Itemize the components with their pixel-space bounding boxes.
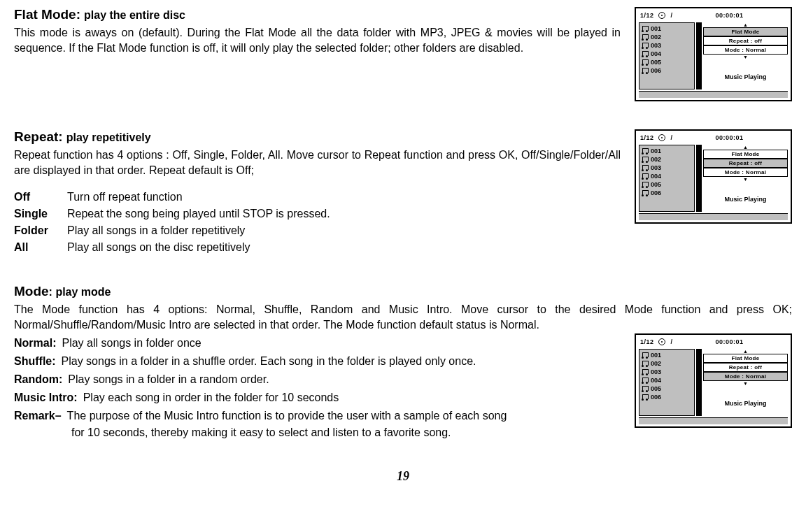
arrow-up-icon[interactable]: ▲ xyxy=(703,349,788,354)
track-indicator: 1/12 xyxy=(640,338,654,345)
list-item[interactable]: 003 xyxy=(639,164,694,172)
track-number: 003 xyxy=(651,368,661,375)
status-text: Music Playing xyxy=(703,186,788,212)
track-number: 002 xyxy=(651,360,661,367)
mode-option-row: Shuffle: Play songs in a folder in a shu… xyxy=(14,353,621,370)
option-value: Turn off repeat function xyxy=(67,189,621,206)
list-item[interactable]: 002 xyxy=(639,359,694,368)
track-number: 005 xyxy=(651,59,661,66)
track-number: 006 xyxy=(651,394,661,401)
list-item[interactable]: 004 xyxy=(639,376,694,384)
menu-repeat[interactable]: Repeat : off xyxy=(703,36,788,45)
option-row: Folder Play all songs in a folder repeti… xyxy=(14,222,621,239)
list-item[interactable]: 003 xyxy=(639,368,694,376)
music-note-icon xyxy=(642,182,647,188)
track-number: 002 xyxy=(651,156,661,163)
list-item[interactable]: 001 xyxy=(639,24,694,33)
player-panel-3: 1/12 / 00:00:01 001 002 0 xyxy=(635,333,792,428)
repeat-desc: Repeat function has 4 options : Off, Sin… xyxy=(14,148,621,178)
menu-mode[interactable]: Mode : Normal xyxy=(703,372,788,381)
music-note-icon xyxy=(642,386,647,392)
scrollbar[interactable] xyxy=(696,349,702,416)
list-item[interactable]: 003 xyxy=(639,41,694,50)
section-flat-mode: Flat Mode: play the entire disc This mod… xyxy=(14,7,792,101)
option-value: Play all songs on the disc repetitively xyxy=(67,239,621,256)
arrow-down-icon[interactable]: ▼ xyxy=(703,177,788,182)
music-note-icon xyxy=(642,352,647,359)
arrow-down-icon[interactable]: ▼ xyxy=(703,55,788,59)
track-number: 005 xyxy=(651,385,661,392)
menu-flat-mode[interactable]: Flat Mode xyxy=(703,150,788,159)
music-note-icon xyxy=(642,394,647,401)
mode-option-value: Play each song in order in the folder fo… xyxy=(83,389,339,406)
list-item[interactable]: 001 xyxy=(639,147,694,155)
progress-bar[interactable] xyxy=(639,213,788,220)
list-item[interactable]: 002 xyxy=(639,155,694,164)
list-item[interactable]: 006 xyxy=(639,393,694,401)
mode-option-row: Normal: Play all songs in folder once xyxy=(14,335,621,352)
list-item[interactable]: 004 xyxy=(639,172,694,180)
time-display: 00:00:01 xyxy=(672,12,786,19)
music-note-icon xyxy=(642,26,647,32)
mode-option-row: Remark– The purpose of the Music Intro f… xyxy=(14,408,621,424)
menu-repeat[interactable]: Repeat : off xyxy=(703,159,788,168)
player-header: 1/12 / 00:00:01 xyxy=(636,131,791,143)
list-item[interactable]: 002 xyxy=(639,33,694,41)
track-number: 003 xyxy=(651,164,661,171)
list-item[interactable]: 006 xyxy=(639,189,694,197)
menu-mode[interactable]: Mode : Normal xyxy=(703,45,788,55)
track-number: 001 xyxy=(651,352,661,359)
mode-option-value: Play songs in a folder in a shuffle orde… xyxy=(62,353,476,370)
music-note-icon xyxy=(642,165,647,171)
arrow-up-icon[interactable]: ▲ xyxy=(703,22,788,27)
menu-flat-mode[interactable]: Flat Mode xyxy=(703,354,788,363)
track-indicator: 1/12 xyxy=(640,134,654,141)
track-list[interactable]: 001 002 003 004 xyxy=(639,145,695,212)
menu-mode[interactable]: Mode : Normal xyxy=(703,168,788,177)
mode-desc: The Mode function has 4 options: Normal,… xyxy=(14,302,792,332)
remark-line2: for 10 seconds, thereby making it easy t… xyxy=(71,424,621,441)
flat-mode-text: Flat Mode: play the entire disc This mod… xyxy=(14,7,621,55)
music-note-icon xyxy=(642,68,647,74)
mode-option-value: Play all songs in folder once xyxy=(62,335,201,352)
time-display: 00:00:01 xyxy=(672,338,786,345)
option-label: Single xyxy=(14,206,67,222)
mode-option-row: Music Intro: Play each song in order in … xyxy=(14,389,621,406)
scrollbar[interactable] xyxy=(696,22,702,89)
track-number: 003 xyxy=(651,42,661,49)
list-item[interactable]: 005 xyxy=(639,58,694,66)
track-list[interactable]: 001 002 003 004 xyxy=(639,349,695,416)
mode-option-value: Play songs in a folder in a random order… xyxy=(68,371,269,388)
music-note-icon xyxy=(642,378,647,384)
list-item[interactable]: 005 xyxy=(639,180,694,189)
list-item[interactable]: 001 xyxy=(639,351,694,359)
option-value: Repeat the song being played until STOP … xyxy=(67,206,621,222)
list-item[interactable]: 006 xyxy=(639,66,694,75)
section-mode: Mode: play mode The Mode function has 4 … xyxy=(14,284,792,441)
track-number: 006 xyxy=(651,189,661,196)
menu-repeat[interactable]: Repeat : off xyxy=(703,363,788,372)
mode-option-label: Shuffle: xyxy=(14,353,56,370)
music-note-icon xyxy=(642,51,647,57)
progress-bar[interactable] xyxy=(639,417,788,424)
option-value: Play all songs in a folder repetitively xyxy=(67,222,621,239)
arrow-up-icon[interactable]: ▲ xyxy=(703,145,788,150)
option-row: Off Turn off repeat function xyxy=(14,189,621,206)
settings-menu: ▲ Flat Mode Repeat : off Mode : Normal ▼ xyxy=(703,145,788,182)
option-row: All Play all songs on the disc repetitiv… xyxy=(14,239,621,256)
scrollbar[interactable] xyxy=(696,145,702,212)
menu-flat-mode[interactable]: Flat Mode xyxy=(703,27,788,36)
list-item[interactable]: 005 xyxy=(639,384,694,393)
progress-bar[interactable] xyxy=(639,91,788,98)
mode-option-row: Random: Play songs in a folder in a rand… xyxy=(14,371,621,388)
flat-mode-desc: This mode is aways on (default). During … xyxy=(14,25,621,55)
arrow-down-icon[interactable]: ▼ xyxy=(703,381,788,386)
music-note-icon xyxy=(642,59,647,66)
list-item[interactable]: 004 xyxy=(639,50,694,58)
track-number: 001 xyxy=(651,25,661,32)
track-number: 004 xyxy=(651,173,661,180)
disc-icon xyxy=(658,134,665,141)
music-note-icon xyxy=(642,369,647,375)
track-list[interactable]: 001 002 003 004 xyxy=(639,22,695,89)
music-note-icon xyxy=(642,43,647,49)
